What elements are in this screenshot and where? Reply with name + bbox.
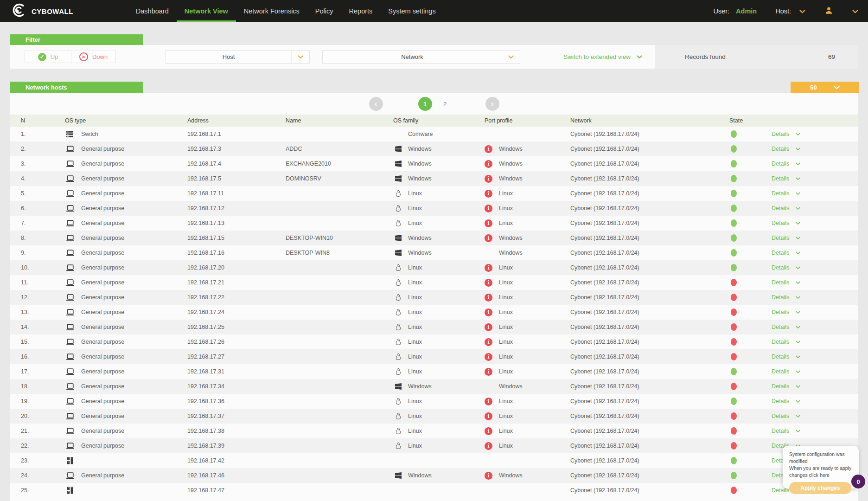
details-link[interactable]: Details: [772, 175, 800, 182]
pagination-next-button[interactable]: ›: [485, 97, 499, 111]
details-link[interactable]: Details: [772, 131, 800, 137]
details-link[interactable]: Details: [772, 383, 800, 390]
cell-row-number: 15.: [10, 339, 55, 345]
apply-changes-button[interactable]: Apply changes: [789, 482, 851, 494]
details-link[interactable]: Details: [772, 279, 800, 286]
details-link[interactable]: Details: [772, 264, 800, 271]
pagination-prev-button[interactable]: ‹: [369, 97, 383, 111]
details-link[interactable]: Details: [772, 353, 800, 360]
cell-row-number: 4.: [10, 175, 55, 182]
details-link[interactable]: Details: [772, 398, 800, 405]
cell-os-type: General purpose: [55, 472, 178, 479]
user-menu-chevron-down-icon[interactable]: [852, 7, 858, 15]
cell-details: Details: [751, 279, 858, 286]
alert-info-icon: i: [485, 175, 492, 183]
nav-item-network-view[interactable]: Network View: [177, 0, 236, 22]
details-link[interactable]: Details: [772, 205, 800, 212]
nav-item-policy[interactable]: Policy: [307, 0, 341, 22]
details-link[interactable]: Details: [772, 161, 800, 167]
nav-item-system-settings[interactable]: System settings: [380, 0, 443, 22]
cell-address: 192.168.17.11: [178, 190, 276, 197]
pagination-page-2[interactable]: 2: [440, 101, 450, 108]
state-down-dot: [731, 427, 737, 435]
cell-os-type: General purpose: [55, 413, 178, 420]
port-profile-label: Windows: [499, 235, 523, 241]
cell-network: Cybonet (192.168.17.0/24): [562, 443, 677, 449]
host-filter-dropdown[interactable]: Host: [166, 50, 310, 64]
column-header-address: Address: [178, 117, 276, 124]
cell-os-family: Windows: [372, 175, 471, 182]
table-row: 17.General purpose192.168.17.31LinuxiLin…: [10, 364, 858, 379]
cell-os-family: Windows: [372, 235, 471, 241]
os-type-label: General purpose: [81, 324, 124, 330]
host-chevron-down-icon[interactable]: [799, 7, 805, 15]
cell-state: [677, 412, 751, 420]
cell-os-family: Windows: [372, 146, 471, 152]
table-row: 1.Switch192.168.17.1ComwareCybonet (192.…: [10, 127, 858, 141]
cell-row-number: 14.: [10, 324, 55, 330]
details-link[interactable]: Details: [772, 309, 800, 315]
details-link[interactable]: Details: [772, 146, 800, 152]
windows-icon: [393, 161, 403, 167]
nav-item-network-forensics[interactable]: Network Forensics: [236, 0, 307, 22]
table-row: 8.General purpose192.168.17.15DESKTOP-WI…: [10, 231, 858, 245]
port-profile-label: Windows: [499, 250, 523, 256]
pagination-page-1[interactable]: 1: [418, 97, 432, 111]
port-profile-label: Linux: [499, 413, 513, 419]
port-profile-label: Linux: [499, 443, 513, 449]
alert-info-icon: i: [485, 442, 492, 450]
details-link[interactable]: Details: [772, 250, 800, 256]
cell-os-family: Linux: [372, 294, 471, 301]
user-profile-icon[interactable]: [825, 6, 833, 16]
details-link[interactable]: Details: [772, 428, 800, 434]
windows-icon: [393, 250, 403, 256]
switch-to-extended-view-link[interactable]: Switch to extended view: [563, 45, 642, 69]
cell-os-type: General purpose: [55, 428, 178, 435]
os-family-label: Linux: [408, 220, 422, 226]
column-header-state: State: [677, 117, 751, 124]
nav-item-dashboard[interactable]: Dashboard: [128, 0, 177, 22]
linux-icon: [393, 368, 403, 375]
table-row: 24.General purpose192.168.17.46WindowsiW…: [10, 468, 858, 483]
notification-badge[interactable]: 0: [851, 475, 865, 488]
details-link[interactable]: Details: [772, 235, 800, 241]
page-size-dropdown[interactable]: 50: [791, 82, 859, 93]
device-icon: [65, 487, 75, 494]
port-profile-label: Linux: [499, 309, 513, 315]
details-link[interactable]: Details: [772, 324, 800, 330]
filter-down-button[interactable]: ✕ Down: [71, 51, 116, 63]
chevron-down-icon: [796, 264, 800, 271]
table-row: 20.General purpose192.168.17.37LinuxiLin…: [10, 409, 858, 424]
details-link[interactable]: Details: [772, 190, 800, 197]
apply-changes-toast: System configuration was modified When y…: [783, 446, 859, 488]
os-family-label: Linux: [408, 353, 422, 360]
details-link[interactable]: Details: [772, 220, 800, 226]
cell-state: [677, 383, 751, 390]
alert-info-icon: i: [485, 205, 492, 212]
cell-row-number: 1.: [10, 131, 55, 137]
cell-port-profile: iLinux: [471, 353, 562, 361]
alert-info-icon: i: [485, 145, 492, 153]
filter-up-button[interactable]: ✓ Up: [25, 51, 71, 63]
details-link[interactable]: Details: [772, 339, 800, 345]
details-link[interactable]: Details: [772, 294, 800, 301]
host-dropdown-value: Host: [166, 53, 291, 60]
network-filter-dropdown[interactable]: Network: [322, 50, 520, 64]
details-link[interactable]: Details: [772, 368, 800, 375]
details-label: Details: [772, 309, 789, 315]
cell-address: 192.168.17.3: [178, 146, 276, 152]
cell-os-family: Windows: [372, 161, 471, 167]
details-link[interactable]: Details: [772, 413, 800, 419]
nav-item-reports[interactable]: Reports: [341, 0, 381, 22]
cell-port-profile: iLinux: [471, 412, 562, 420]
os-family-label: Linux: [408, 368, 422, 375]
os-family-label: Windows: [408, 250, 432, 256]
cell-row-number: 21.: [10, 428, 55, 434]
cell-row-number: 9.: [10, 250, 55, 256]
laptop-icon: [65, 264, 75, 271]
cell-row-number: 12.: [10, 294, 55, 301]
cell-row-number: 24.: [10, 472, 55, 479]
cell-port-profile: iWindows: [471, 234, 562, 242]
cell-os-family: Linux: [372, 323, 471, 331]
details-label: Details: [772, 324, 789, 330]
